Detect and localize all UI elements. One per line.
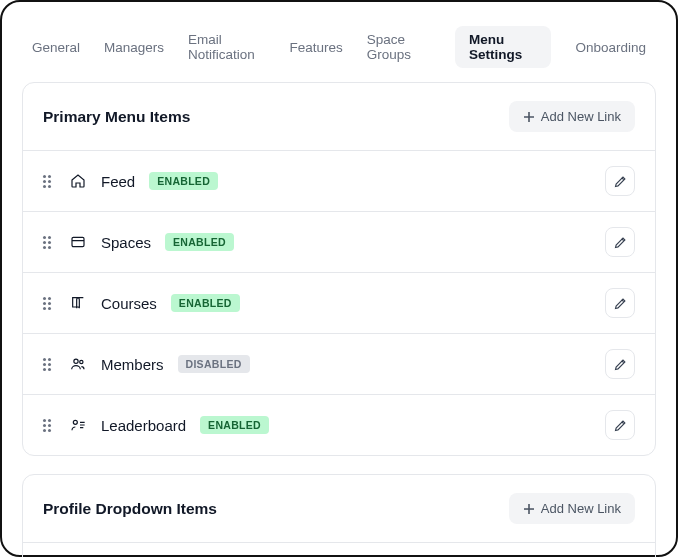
drag-handle[interactable] [43,175,55,188]
svg-point-4 [74,359,78,363]
profile-dropdown-card: Profile Dropdown Items Add New Link Prof… [22,474,656,557]
primary-menu-card: Primary Menu Items Add New Link Feed ENA… [22,82,656,456]
drag-handle[interactable] [43,419,55,432]
section-title: Primary Menu Items [43,108,190,126]
card-header: Primary Menu Items Add New Link [23,83,655,151]
plus-icon [523,503,535,515]
edit-button[interactable] [605,410,635,440]
settings-panel: General Managers Email Notification Feat… [0,0,678,557]
menu-row: Feed ENABLED [23,151,655,212]
menu-item-label: Spaces [101,234,151,251]
tab-email-notification[interactable]: Email Notification [188,26,265,68]
menu-item-label: Members [101,356,164,373]
svg-rect-2 [72,237,84,246]
drag-handle[interactable] [43,236,55,249]
tab-space-groups[interactable]: Space Groups [367,26,431,68]
grid-icon [69,233,87,251]
edit-button[interactable] [605,288,635,318]
add-link-label: Add New Link [541,109,621,124]
plus-icon [523,111,535,123]
tab-general[interactable]: General [32,34,80,61]
tab-onboarding[interactable]: Onboarding [575,34,646,61]
pencil-icon [613,296,628,311]
leaderboard-icon [69,416,87,434]
status-badge: DISABLED [178,355,250,373]
drag-handle[interactable] [43,297,55,310]
menu-item-label: Leaderboard [101,417,186,434]
tab-managers[interactable]: Managers [104,34,164,61]
card-header: Profile Dropdown Items Add New Link [23,475,655,543]
status-badge: ENABLED [200,416,269,434]
tab-features[interactable]: Features [290,34,343,61]
book-icon [69,294,87,312]
tabs-bar: General Managers Email Notification Feat… [14,14,664,82]
section-title: Profile Dropdown Items [43,500,217,518]
home-icon [69,172,87,190]
menu-item-label: Courses [101,295,157,312]
pencil-icon [613,235,628,250]
users-icon [69,355,87,373]
menu-row: Members DISABLED [23,334,655,395]
menu-row: Leaderboard ENABLED [23,395,655,455]
edit-button[interactable] [605,166,635,196]
menu-item-label: Feed [101,173,135,190]
status-badge: ENABLED [165,233,234,251]
edit-button[interactable] [605,349,635,379]
menu-row: Courses ENABLED [23,273,655,334]
status-badge: ENABLED [171,294,240,312]
menu-row: Profile ENABLED [23,543,655,557]
add-new-link-button[interactable]: Add New Link [509,101,635,132]
pencil-icon [613,174,628,189]
menu-row: Spaces ENABLED [23,212,655,273]
svg-point-6 [73,420,77,424]
svg-point-5 [80,360,83,363]
pencil-icon [613,418,628,433]
add-new-link-button[interactable]: Add New Link [509,493,635,524]
edit-button[interactable] [605,227,635,257]
drag-handle[interactable] [43,358,55,371]
tab-menu-settings[interactable]: Menu Settings [455,26,552,68]
status-badge: ENABLED [149,172,218,190]
pencil-icon [613,357,628,372]
add-link-label: Add New Link [541,501,621,516]
